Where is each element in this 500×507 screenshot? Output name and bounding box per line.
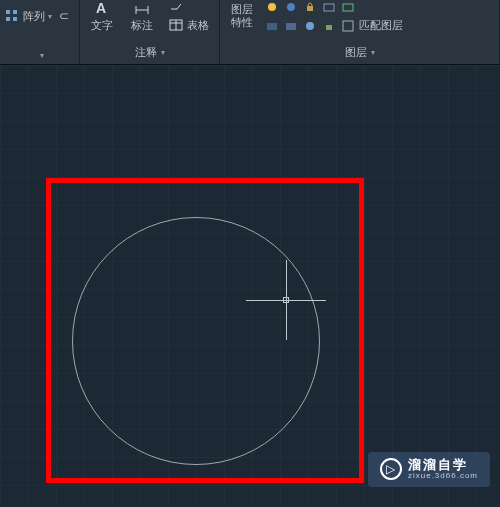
- layer-properties-button[interactable]: 图层 特性: [228, 3, 256, 29]
- text-label: 文字: [91, 18, 113, 33]
- watermark-title: 溜溜自学: [408, 458, 478, 472]
- layer-freeze-icon[interactable]: [264, 0, 280, 15]
- panel-layers-title[interactable]: 图层 ▾: [224, 43, 495, 62]
- svg-rect-21: [343, 21, 353, 31]
- svg-point-12: [268, 3, 276, 11]
- chevron-down-icon: ▾: [40, 51, 44, 60]
- drawing-canvas[interactable]: ▷ 溜溜自学 zixue.3d66.com: [0, 65, 500, 507]
- dimension-icon: [134, 0, 150, 16]
- svg-rect-3: [13, 17, 17, 21]
- layer-current-icon[interactable]: [340, 0, 356, 15]
- layer-lock-icon[interactable]: [302, 0, 318, 15]
- layer-off-icon[interactable]: [283, 0, 299, 15]
- panel-annotation-title[interactable]: 注释 ▾: [84, 43, 215, 62]
- play-icon: ▷: [380, 458, 402, 480]
- ribbon-panel-annotation: A 文字 标注 表格: [80, 0, 220, 64]
- array-icon: [4, 8, 20, 24]
- svg-point-19: [306, 22, 314, 30]
- ribbon-toolbar: 阵列 ▾ ⊂ ▾ A 文字 标注: [0, 0, 500, 65]
- table-label: 表格: [187, 18, 209, 33]
- text-tool[interactable]: A 文字: [88, 0, 116, 33]
- layer-unlock-icon[interactable]: [321, 18, 337, 34]
- leader-icon[interactable]: [168, 0, 184, 15]
- watermark-url: zixue.3d66.com: [408, 472, 478, 481]
- svg-rect-15: [324, 4, 334, 11]
- watermark: ▷ 溜溜自学 zixue.3d66.com: [368, 452, 490, 487]
- svg-rect-17: [267, 23, 277, 30]
- svg-rect-16: [343, 4, 353, 11]
- panel-modify-title[interactable]: ▾: [4, 49, 75, 62]
- array-tool[interactable]: 阵列 ▾: [4, 8, 52, 24]
- ribbon-panel-layers: 图层 特性 匹配图层: [220, 0, 500, 64]
- table-tool[interactable]: 表格: [168, 17, 209, 33]
- layer-thaw-icon[interactable]: [302, 18, 318, 34]
- ribbon-panel-modify: 阵列 ▾ ⊂ ▾: [0, 0, 80, 64]
- svg-point-13: [287, 3, 295, 11]
- svg-rect-18: [286, 23, 296, 30]
- subset-icon[interactable]: ⊂: [58, 8, 74, 24]
- svg-text:⊂: ⊂: [59, 9, 69, 23]
- drawn-circle[interactable]: [72, 217, 320, 465]
- match-layer-button[interactable]: 匹配图层: [340, 18, 403, 34]
- layer-iso-icon[interactable]: [264, 18, 280, 34]
- svg-rect-14: [307, 6, 313, 11]
- table-icon: [168, 17, 184, 33]
- dimension-tool[interactable]: 标注: [128, 0, 156, 33]
- svg-rect-0: [6, 10, 10, 14]
- layer-more-icon[interactable]: [321, 0, 337, 15]
- svg-rect-2: [6, 17, 10, 21]
- array-label: 阵列: [23, 9, 45, 24]
- dimension-label: 标注: [131, 18, 153, 33]
- match-layer-icon: [340, 18, 356, 34]
- svg-rect-20: [326, 25, 332, 30]
- dropdown-icon: ▾: [48, 12, 52, 21]
- match-layer-label: 匹配图层: [359, 18, 403, 33]
- layer-uniso-icon[interactable]: [283, 18, 299, 34]
- text-icon: A: [94, 0, 110, 16]
- svg-text:A: A: [96, 0, 106, 16]
- chevron-down-icon: ▾: [161, 48, 165, 57]
- svg-rect-1: [13, 10, 17, 14]
- chevron-down-icon: ▾: [371, 48, 375, 57]
